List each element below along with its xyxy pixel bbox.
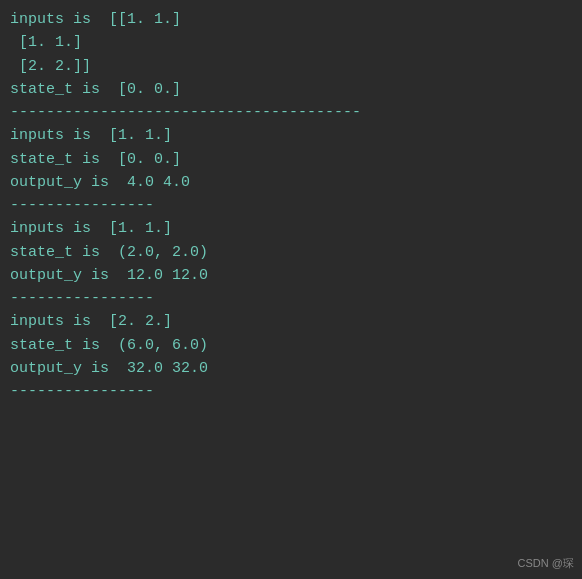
console-line: state_t is (6.0, 6.0) — [10, 334, 572, 357]
console-line: output_y is 32.0 32.0 — [10, 357, 572, 380]
console-output: inputs is [[1. 1.] [1. 1.] [2. 2.]]state… — [10, 8, 572, 403]
console-line: output_y is 12.0 12.0 — [10, 264, 572, 287]
console-line: state_t is [0. 0.] — [10, 78, 572, 101]
console-line: ---------------- — [10, 287, 572, 310]
console-line: ---------------- — [10, 194, 572, 217]
console-line: state_t is [0. 0.] — [10, 148, 572, 171]
console-line: output_y is 4.0 4.0 — [10, 171, 572, 194]
console-line: inputs is [1. 1.] — [10, 217, 572, 240]
console-line: inputs is [[1. 1.] — [10, 8, 572, 31]
console-line: inputs is [1. 1.] — [10, 124, 572, 147]
console-line: inputs is [2. 2.] — [10, 310, 572, 333]
console-line: --------------------------------------- — [10, 101, 572, 124]
console-line: [1. 1.] — [10, 31, 572, 54]
console-line: [2. 2.]] — [10, 55, 572, 78]
console-line: state_t is (2.0, 2.0) — [10, 241, 572, 264]
console-line: ---------------- — [10, 380, 572, 403]
watermark: CSDN @琛 — [518, 556, 574, 571]
